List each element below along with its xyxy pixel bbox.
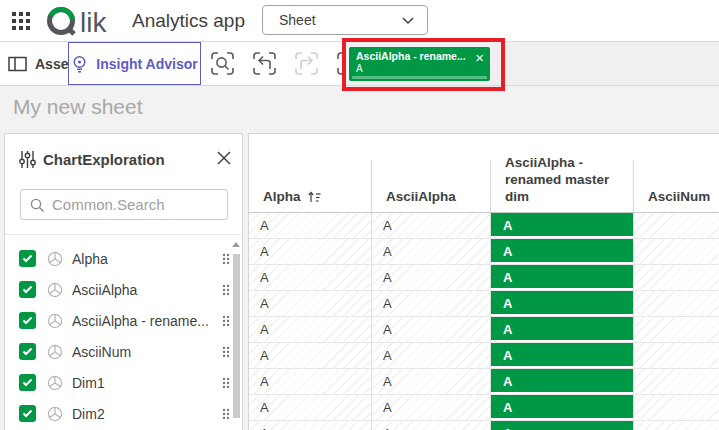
- field-checkbox[interactable]: [19, 250, 36, 267]
- table-row: AAA: [249, 239, 719, 265]
- field-icon: [47, 375, 63, 391]
- table-cell-selected[interactable]: A: [490, 343, 633, 368]
- selection-badge-title: AsciiAlpha - rename...: [356, 50, 470, 63]
- table-cell-selected[interactable]: A: [490, 213, 633, 238]
- step-back-selection-icon[interactable]: [251, 50, 278, 77]
- insight-advisor-label: Insight Advisor: [96, 56, 197, 72]
- field-label: Dim2: [72, 406, 212, 422]
- step-forward-selection-icon[interactable]: [293, 50, 320, 77]
- column-header-asciialpha[interactable]: AsciiAlpha: [371, 160, 490, 212]
- app-launcher-icon[interactable]: [12, 12, 30, 30]
- field-label: AsciiAlpha - rename...: [72, 313, 212, 329]
- field-label: AsciiNum: [72, 344, 212, 360]
- field-label: AsciiAlpha: [72, 282, 212, 298]
- panel-search-box: [20, 189, 228, 220]
- table-cell[interactable]: A: [249, 291, 371, 316]
- field-checkbox[interactable]: [19, 374, 36, 391]
- field-checkbox[interactable]: [19, 405, 36, 422]
- drag-handle-icon[interactable]: [222, 408, 230, 420]
- table-cell[interactable]: A: [249, 421, 371, 430]
- selection-badge[interactable]: AsciiAlpha - rename... A ×: [349, 47, 490, 81]
- drag-handle-icon[interactable]: [222, 346, 230, 358]
- table-cell[interactable]: [633, 369, 719, 394]
- table-cell[interactable]: [633, 317, 719, 342]
- table-cell-selected[interactable]: A: [490, 369, 633, 394]
- search-selections-icon[interactable]: [209, 50, 236, 77]
- panel-scrollbar[interactable]: [232, 238, 241, 430]
- drag-handle-icon[interactable]: [222, 315, 230, 327]
- field-checkbox[interactable]: [19, 343, 36, 360]
- field-list-item[interactable]: AsciiAlpha: [5, 274, 242, 305]
- field-icon: [47, 282, 63, 298]
- scroll-up-arrow-icon[interactable]: [232, 242, 240, 247]
- column-header-label: Alpha: [263, 188, 301, 205]
- search-icon: [30, 198, 45, 213]
- selection-badge-close-icon[interactable]: ×: [475, 49, 484, 67]
- field-list-item[interactable]: AsciiNum: [5, 336, 242, 367]
- chevron-down-icon: [402, 17, 414, 25]
- table-cell[interactable]: [633, 343, 719, 368]
- table-cell[interactable]: A: [371, 317, 490, 342]
- table-row: AAA: [249, 213, 719, 239]
- table-cell[interactable]: A: [371, 265, 490, 290]
- table-cell[interactable]: [633, 239, 719, 264]
- table-cell-selected[interactable]: A: [490, 239, 633, 264]
- drag-handle-icon[interactable]: [222, 253, 230, 265]
- table-cell-selected[interactable]: A: [490, 395, 633, 420]
- table-cell[interactable]: [633, 265, 719, 290]
- selections-bar: AsciiAlpha - rename... A ×: [346, 42, 719, 85]
- assets-panel-icon: [8, 56, 27, 72]
- column-header-asciialpha-renamed-master-dim[interactable]: AsciiAlpha - renamed master dim: [490, 160, 633, 212]
- sheet-selector-dropdown[interactable]: Sheet: [262, 5, 428, 35]
- sort-ascending-icon: [308, 191, 321, 203]
- table-cell[interactable]: A: [249, 343, 371, 368]
- field-icon: [47, 313, 63, 329]
- top-bar: lik Analytics app Sheet: [0, 0, 719, 42]
- column-header-alpha[interactable]: Alpha: [249, 160, 371, 212]
- column-header-label: AsciiAlpha - renamed master dim: [505, 154, 619, 205]
- table-cell[interactable]: A: [249, 265, 371, 290]
- panel-close-icon[interactable]: [215, 149, 233, 167]
- table-cell-selected[interactable]: A: [490, 421, 633, 430]
- table-cell[interactable]: [633, 395, 719, 420]
- field-list-item[interactable]: Alpha: [5, 243, 242, 274]
- table-cell[interactable]: A: [249, 395, 371, 420]
- column-header-label: AsciiAlpha: [386, 188, 456, 205]
- panel-title: ChartExploration: [43, 151, 165, 168]
- table-cell[interactable]: A: [371, 343, 490, 368]
- table-cell-selected[interactable]: A: [490, 265, 633, 290]
- sheet-header: My new sheet: [0, 86, 719, 133]
- field-list-item[interactable]: AsciiAlpha - rename...: [5, 305, 242, 336]
- table-cell[interactable]: A: [249, 239, 371, 264]
- table-cell-selected[interactable]: A: [490, 317, 633, 342]
- table-cell[interactable]: A: [249, 369, 371, 394]
- drag-handle-icon[interactable]: [222, 284, 230, 296]
- field-checkbox[interactable]: [19, 281, 36, 298]
- field-checkbox[interactable]: [19, 312, 36, 329]
- table-cell-selected[interactable]: A: [490, 291, 633, 316]
- table-row: AAA: [249, 317, 719, 343]
- table-cell[interactable]: A: [249, 213, 371, 238]
- toolbar: Assets Insight Advisor: [0, 42, 719, 86]
- drag-handle-icon[interactable]: [222, 377, 230, 389]
- table-cell[interactable]: [633, 421, 719, 430]
- table-cell[interactable]: A: [371, 395, 490, 420]
- field-list-item[interactable]: Dim2: [5, 398, 242, 429]
- field-list-item[interactable]: Dim1: [5, 367, 242, 398]
- scrollbar-thumb[interactable]: [233, 254, 240, 418]
- table-cell[interactable]: A: [371, 213, 490, 238]
- table-cell[interactable]: A: [371, 369, 490, 394]
- table-body: AAAAAAAAAAAAAAAAAAAAAAAAAAA: [249, 213, 719, 430]
- column-header-asciinum[interactable]: AsciiNum: [633, 160, 719, 212]
- table-cell[interactable]: A: [371, 239, 490, 264]
- table-cell[interactable]: A: [249, 317, 371, 342]
- table-cell[interactable]: [633, 291, 719, 316]
- sheet-title: My new sheet: [13, 95, 143, 119]
- table-cell[interactable]: A: [371, 291, 490, 316]
- table-cell[interactable]: A: [371, 421, 490, 430]
- search-input[interactable]: [52, 191, 222, 218]
- qlik-logo[interactable]: lik: [44, 4, 130, 38]
- insight-advisor-button[interactable]: Insight Advisor: [68, 42, 201, 85]
- table-cell[interactable]: [633, 213, 719, 238]
- qlik-app-window: lik Analytics app Sheet Assets: [0, 0, 719, 430]
